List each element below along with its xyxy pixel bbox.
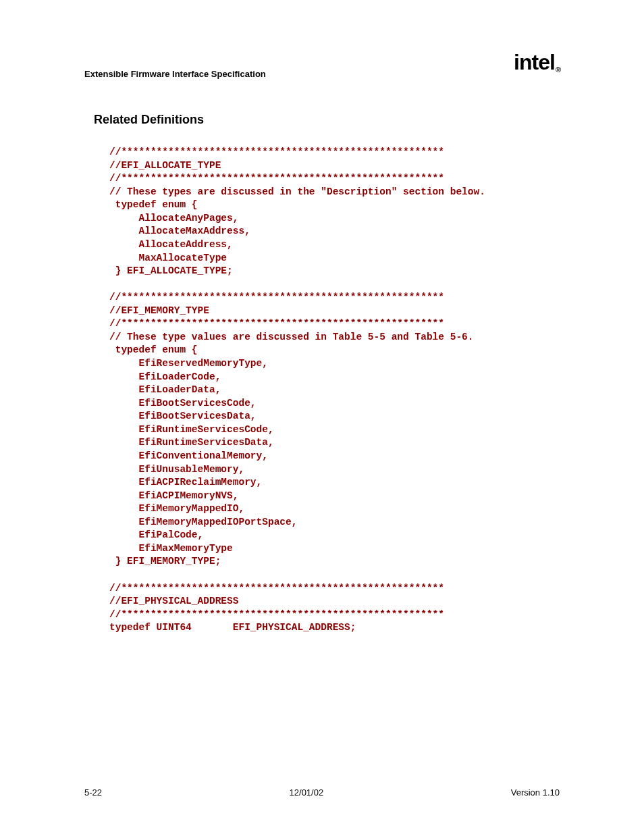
code-line: } EFI_MEMORY_TYPE; [109,556,221,567]
footer-page-number: 5-22 [84,787,102,798]
code-line: EfiMaxMemoryType [109,543,233,554]
code-line: EfiMemoryMappedIO, [109,503,244,514]
code-block: //**************************************… [109,146,560,635]
code-line: //EFI_PHYSICAL_ADDRESS [109,596,238,606]
code-line: } EFI_ALLOCATE_TYPE; [109,265,233,276]
code-line: typedef UINT64 EFI_PHYSICAL_ADDRESS; [109,622,356,633]
code-line: EfiBootServicesCode, [109,398,257,409]
code-line: typedef enum { [109,199,198,210]
code-line: EfiUnusableMemory, [109,464,244,475]
code-line: //EFI_MEMORY_TYPE [109,305,209,316]
code-line: EfiACPIMemoryNVS, [109,490,238,501]
code-line: EfiConventionalMemory, [109,450,268,461]
code-line: AllocateAnyPages, [109,213,238,224]
code-line: EfiRuntimeServicesData, [109,437,274,448]
code-line: EfiRuntimeServicesCode, [109,424,274,435]
code-line: EfiACPIReclaimMemory, [109,477,262,488]
code-line: //**************************************… [109,147,444,157]
code-line: //**************************************… [109,583,444,594]
code-line: //**************************************… [109,609,444,620]
code-line: //**************************************… [109,318,444,329]
code-line: //**************************************… [109,292,444,303]
code-line: typedef enum { [109,344,198,355]
code-line: EfiPalCode, [109,529,203,540]
code-line: EfiMemoryMappedIOPortSpace, [109,517,297,527]
code-line: //**************************************… [109,173,444,184]
code-line: //EFI_ALLOCATE_TYPE [109,160,221,171]
code-line: EfiBootServicesData, [109,411,257,421]
code-line: // These type values are discussed in Ta… [109,332,474,342]
footer-version: Version 1.10 [511,787,560,798]
code-line: EfiLoaderCode, [109,371,221,382]
code-line: // These types are discussed in the "Des… [109,186,485,197]
code-line: EfiReservedMemoryType, [109,358,268,369]
header-title: Extensible Firmware Interface Specificat… [84,69,266,79]
code-line: AllocateMaxAddress, [109,226,250,236]
intel-logo: intel® [514,50,560,75]
code-line: EfiLoaderData, [109,384,221,395]
page-header: Extensible Firmware Interface Specificat… [84,54,560,79]
page-footer: 5-22 12/01/02 Version 1.10 [84,787,560,798]
code-line: MaxAllocateType [109,253,227,263]
footer-date: 12/01/02 [290,787,324,798]
section-heading: Related Definitions [94,113,560,127]
code-line: AllocateAddress, [109,239,233,250]
